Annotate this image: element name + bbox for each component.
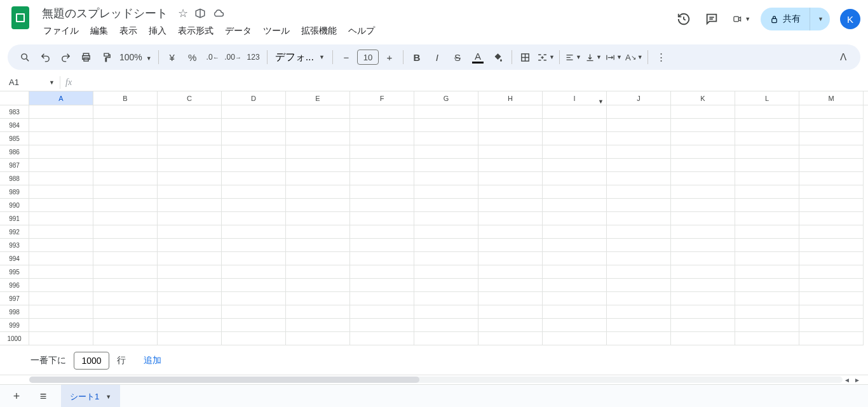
cell[interactable]	[29, 252, 93, 265]
cell[interactable]	[350, 225, 414, 239]
cell[interactable]	[286, 292, 350, 305]
cell[interactable]	[350, 252, 414, 265]
cell[interactable]	[478, 332, 543, 345]
cell[interactable]	[93, 252, 158, 265]
cell[interactable]	[671, 159, 735, 172]
cell[interactable]	[478, 132, 543, 145]
sheet-tab-1[interactable]: シート1 ▼	[61, 385, 120, 408]
row-header[interactable]: 990	[0, 199, 29, 212]
halign-icon[interactable]: ▼	[564, 48, 583, 67]
row-header[interactable]: 999	[0, 319, 29, 332]
history-icon[interactable]	[677, 12, 695, 26]
cell[interactable]	[29, 185, 93, 199]
collapse-toolbar-icon[interactable]: ᐱ	[834, 48, 853, 67]
cell[interactable]	[671, 252, 735, 265]
cell[interactable]	[222, 305, 286, 319]
cell[interactable]	[478, 105, 543, 119]
font-select[interactable]: デフォ...▼	[271, 51, 329, 64]
paint-format-icon[interactable]	[97, 48, 116, 67]
meet-icon[interactable]: ▼	[733, 12, 750, 26]
cell[interactable]	[350, 199, 414, 212]
cell[interactable]	[671, 239, 735, 252]
column-header-M[interactable]: M	[799, 91, 864, 105]
scroll-right-icon[interactable]: ►	[854, 377, 863, 384]
cell[interactable]	[222, 252, 286, 265]
cell[interactable]	[799, 105, 864, 119]
italic-icon[interactable]: I	[428, 48, 447, 67]
cell[interactable]	[671, 199, 735, 212]
cell[interactable]	[222, 172, 286, 185]
cell[interactable]	[158, 119, 222, 132]
cell[interactable]	[735, 172, 799, 185]
cell[interactable]	[350, 159, 414, 172]
cell[interactable]	[543, 145, 607, 159]
cell[interactable]	[158, 252, 222, 265]
cell[interactable]	[414, 132, 478, 145]
account-avatar[interactable]: K	[840, 9, 860, 29]
cell[interactable]	[93, 265, 158, 279]
cell[interactable]	[286, 212, 350, 225]
cell[interactable]	[222, 159, 286, 172]
add-sheet-icon[interactable]: +	[8, 388, 25, 406]
cell[interactable]	[543, 319, 607, 332]
redo-icon[interactable]	[56, 48, 75, 67]
cell[interactable]	[158, 185, 222, 199]
cell[interactable]	[350, 185, 414, 199]
cell[interactable]	[222, 332, 286, 345]
cell[interactable]	[671, 172, 735, 185]
cell[interactable]	[222, 132, 286, 145]
cell[interactable]	[158, 319, 222, 332]
sheet-tab-menu-icon[interactable]: ▼	[105, 394, 111, 400]
cell[interactable]	[414, 172, 478, 185]
cell[interactable]	[93, 212, 158, 225]
cell[interactable]	[222, 225, 286, 239]
cell[interactable]	[607, 132, 671, 145]
cell[interactable]	[478, 212, 543, 225]
cell[interactable]	[414, 319, 478, 332]
formula-input[interactable]	[72, 74, 864, 91]
cell[interactable]	[93, 292, 158, 305]
cell[interactable]	[286, 319, 350, 332]
cell[interactable]	[543, 265, 607, 279]
row-header[interactable]: 985	[0, 132, 29, 145]
cell[interactable]	[414, 292, 478, 305]
row-header[interactable]: 996	[0, 279, 29, 292]
sheets-logo[interactable]	[8, 5, 33, 30]
cell[interactable]	[799, 185, 864, 199]
percent-button[interactable]: %	[183, 48, 202, 67]
menu-view[interactable]: 表示	[114, 23, 142, 39]
cell[interactable]	[607, 305, 671, 319]
add-rows-button[interactable]: 追加	[144, 355, 161, 366]
cell[interactable]	[543, 172, 607, 185]
cell[interactable]	[671, 292, 735, 305]
cell[interactable]	[414, 185, 478, 199]
column-header-H[interactable]: H	[478, 91, 543, 105]
cell[interactable]	[799, 132, 864, 145]
cell[interactable]	[93, 172, 158, 185]
cell[interactable]	[799, 145, 864, 159]
cell[interactable]	[671, 279, 735, 292]
cell[interactable]	[478, 172, 543, 185]
add-rows-count-input[interactable]	[74, 352, 109, 370]
borders-icon[interactable]	[516, 48, 535, 67]
cell[interactable]	[93, 239, 158, 252]
cell[interactable]	[478, 265, 543, 279]
menu-format[interactable]: 表示形式	[173, 23, 219, 39]
cell[interactable]	[158, 159, 222, 172]
row-header[interactable]: 983	[0, 105, 29, 119]
cell[interactable]	[478, 199, 543, 212]
row-header[interactable]: 998	[0, 305, 29, 319]
cell[interactable]	[735, 252, 799, 265]
cell[interactable]	[671, 265, 735, 279]
cell[interactable]	[93, 119, 158, 132]
cell[interactable]	[414, 159, 478, 172]
cell[interactable]	[414, 239, 478, 252]
row-header[interactable]: 987	[0, 159, 29, 172]
cell[interactable]	[735, 145, 799, 159]
cell[interactable]	[286, 132, 350, 145]
cell[interactable]	[799, 279, 864, 292]
cell[interactable]	[799, 159, 864, 172]
cell[interactable]	[607, 252, 671, 265]
cell[interactable]	[29, 199, 93, 212]
rotate-icon[interactable]: A↘▼	[625, 48, 644, 67]
